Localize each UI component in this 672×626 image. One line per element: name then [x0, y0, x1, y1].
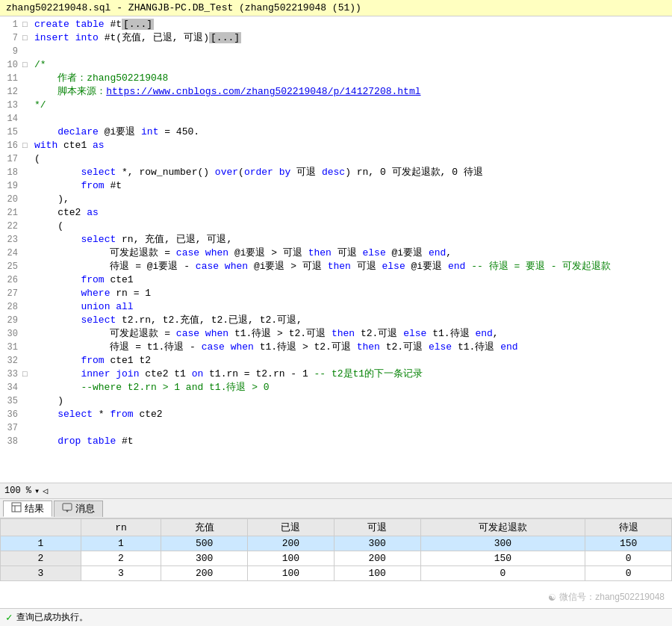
zoom-bar: 100 % ▾ ◁ — [0, 483, 672, 499]
code-line-30: 30 可发起退款 = case when t1.待退 > t2.可退 then … — [0, 327, 672, 341]
code-line-34: 34 --where t2.rn > 1 and t1.待退 > 0 — [0, 381, 672, 394]
code-line-23: 23 select rn, 充值, 已退, 可退, — [0, 233, 672, 247]
zoom-indicator: ▾ — [34, 486, 40, 497]
cell-rn: 1 — [81, 536, 161, 551]
cell-daitui: 0 — [585, 551, 672, 566]
cell-yitui: 100 — [248, 566, 335, 581]
code-line-31: 31 待退 = t1.待退 - case when t1.待退 > t2.可退 … — [0, 341, 672, 354]
row-num: 2 — [1, 551, 81, 566]
table-icon — [11, 502, 22, 515]
cell-rn: 2 — [81, 551, 161, 566]
cell-kefaqituikuan: 0 — [420, 566, 585, 581]
message-icon — [62, 502, 72, 515]
code-line-32: 32 from cte1 t2 — [0, 354, 672, 368]
title-text: zhang502219048.sql - ZHANGJB-PC.DB_Test … — [6, 2, 361, 13]
cell-daitui: 150 — [585, 536, 672, 551]
col-ketui: 可退 — [334, 519, 420, 536]
code-line-21: 21 cte2 as — [0, 206, 672, 220]
code-line-16: 16 □ with cte1 as — [0, 139, 672, 152]
cell-chongzhi: 500 — [161, 536, 248, 551]
zoom-scroll: ◁ — [43, 486, 48, 497]
code-line-1: 1 □ create table #t[...] — [0, 18, 672, 31]
cell-yitui: 100 — [248, 551, 335, 566]
code-line-7: 7 □ insert into #t(充值, 已退, 可退)[...] — [0, 31, 672, 45]
table-row[interactable]: 3 3 200 100 100 0 0 — [1, 566, 672, 581]
table-row[interactable]: 1 1 500 200 300 300 150 — [1, 536, 672, 551]
code-line-36: 36 select * from cte2 — [0, 408, 672, 421]
svg-marker-4 — [66, 510, 69, 512]
cell-kefaqituikuan: 150 — [420, 551, 585, 566]
code-line-38: 38 drop table #t — [0, 435, 672, 448]
watermark-text: 微信号：zhang502219048 — [559, 591, 665, 604]
code-line-17: 17 ( — [0, 152, 672, 166]
watermark: ☯ 微信号：zhang502219048 — [548, 591, 665, 604]
code-line-20: 20 ), — [0, 193, 672, 206]
code-line-18: 18 select *, row_number() over(order by … — [0, 166, 672, 179]
watermark-icon: ☯ — [548, 592, 556, 603]
table-row[interactable]: 2 2 300 100 200 150 0 — [1, 551, 672, 566]
code-line-12: 12 脚本来源：https://www.cnblogs.com/zhang502… — [0, 85, 672, 99]
results-table: rn 充值 已退 可退 可发起退款 待退 1 1 500 200 300 300… — [0, 518, 672, 581]
code-line-37: 37 — [0, 421, 672, 435]
results-tabs: 结果 消息 — [0, 499, 672, 518]
svg-rect-3 — [63, 503, 72, 510]
col-yitui: 已退 — [248, 519, 335, 536]
col-kefaqituikuan: 可发起退款 — [420, 519, 585, 536]
zoom-level: 100 % — [4, 486, 31, 496]
code-line-26: 26 from cte1 — [0, 273, 672, 287]
tab-messages-label: 消息 — [75, 502, 95, 515]
code-line-14: 14 — [0, 112, 672, 125]
cell-ketui: 100 — [334, 566, 420, 581]
code-line-22: 22 ( — [0, 220, 672, 233]
code-line-11: 11 作者：zhang502219048 — [0, 72, 672, 85]
cell-chongzhi: 200 — [161, 566, 248, 581]
svg-rect-0 — [12, 503, 21, 512]
code-line-13: 13 */ — [0, 99, 672, 112]
code-line-9: 9 — [0, 45, 672, 58]
status-bar: ✓ 查询已成功执行。 — [0, 608, 672, 626]
row-num: 1 — [1, 536, 81, 551]
code-line-10: 10 □ /* — [0, 58, 672, 72]
code-area[interactable]: 1 □ create table #t[...] 7 □ insert into… — [0, 16, 672, 483]
code-line-27: 27 where rn = 1 — [0, 287, 672, 300]
code-line-24: 24 可发起退款 = case when @i要退 > 可退 then 可退 e… — [0, 247, 672, 260]
status-check-icon: ✓ — [6, 611, 12, 624]
col-rownum — [1, 519, 81, 536]
code-line-33: 33 □ inner join cte2 t1 on t1.rn = t2.rn… — [0, 368, 672, 381]
cell-rn: 3 — [81, 566, 161, 581]
code-line-35: 35 ) — [0, 394, 672, 408]
row-num: 3 — [1, 566, 81, 581]
code-line-25: 25 待退 = @i要退 - case when @i要退 > 可退 then … — [0, 260, 672, 273]
code-line-15: 15 declare @i要退 int = 450. — [0, 125, 672, 139]
code-line-29: 29 select t2.rn, t2.充值, t2.已退, t2.可退, — [0, 314, 672, 327]
cell-kefaqituikuan: 300 — [420, 536, 585, 551]
code-line-19: 19 from #t — [0, 179, 672, 193]
cell-chongzhi: 300 — [161, 551, 248, 566]
code-line-28: 28 union all — [0, 300, 672, 314]
cell-ketui: 300 — [334, 536, 420, 551]
cell-daitui: 0 — [585, 566, 672, 581]
cell-ketui: 200 — [334, 551, 420, 566]
col-rn: rn — [81, 519, 161, 536]
title-bar: zhang502219048.sql - ZHANGJB-PC.DB_Test … — [0, 0, 672, 16]
status-text: 查询已成功执行。 — [16, 611, 88, 624]
cell-yitui: 200 — [248, 536, 335, 551]
col-daitui: 待退 — [585, 519, 672, 536]
col-chongzhi: 充值 — [161, 519, 248, 536]
tab-results[interactable]: 结果 — [3, 501, 52, 517]
tab-messages[interactable]: 消息 — [54, 501, 103, 517]
tab-results-label: 结果 — [25, 502, 44, 515]
